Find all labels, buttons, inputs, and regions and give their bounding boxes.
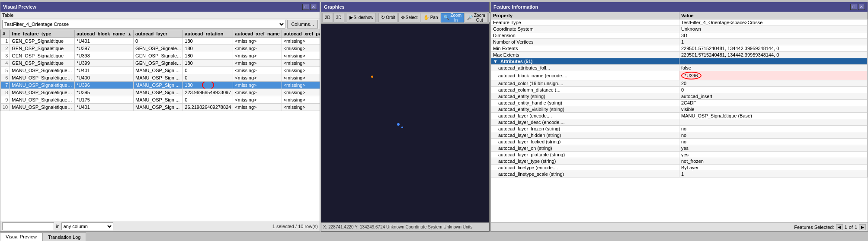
col-autocad-xref-name[interactable]: autocad_xref_name [233,30,282,38]
table-cell: 180 [183,45,233,52]
table-cell: *U395 [75,89,134,96]
table-cell: <missing> [233,38,282,45]
feature-table-row: autocad_layer_desc (encode.... [491,119,868,126]
table-cell: <missing> [282,60,320,67]
feature-table-row: autocad_column_distance (...0 [491,87,868,93]
table-cell: 0 [183,74,233,82]
feature-property: Coordinate System [491,26,679,32]
table-cell: <missing> [233,89,282,96]
feature-property: autocad_entity (string) [491,93,679,100]
feature-col-property[interactable]: Property [491,12,679,19]
table-cell: 180 [183,52,233,60]
feature-table-container[interactable]: Property Value Feature TypeTestFilter_4_… [491,12,868,222]
col-autocad-xref-path[interactable]: autocad_xref_path [282,30,320,38]
table-row[interactable]: 2GEN_OSP_Signalétique*U397GEN_OSP_Signal… [1,45,320,52]
table-row[interactable]: 5MANU_OSP_Signalétique (Base)*U401MANU_O… [1,67,320,74]
expand-icon[interactable]: ▼ [493,59,499,64]
feature-next-button[interactable]: ▶ [859,224,866,230]
feature-value: 229501.5715240481, 134442.39959348144, 0 [679,52,868,58]
table-cell: 180 [183,82,233,89]
feature-info-title: Feature Information [493,4,538,10]
btn-slideshow[interactable]: ▶ Slideshow [347,13,376,22]
orbit-icon: ↻ [381,15,385,20]
feature-status-total: 1 [855,225,857,230]
feature-table-row: autocad_entity (string)autocad_insert [491,93,868,100]
btn-zoom-out[interactable]: 🔎 Zoom Out [464,13,488,22]
dataset-select[interactable]: TestFilter_4_Orientage Crosse [2,20,285,29]
feature-property: autocad_color (16 bit unsign.... [491,80,679,87]
table-row[interactable]: 7MANU_OSP_Signalétique (Base)*U396MANU_O… [1,82,320,89]
feature-table-row: Dimension3D [491,32,868,39]
feature-prev-button[interactable]: ◀ [836,224,843,230]
feature-value: no [679,126,868,132]
feature-value: not_frozen [679,158,868,165]
feature-value: 2C4DF [679,100,868,106]
feature-property: Max Extents [491,52,679,58]
tab-visual-preview[interactable]: Visual Preview [0,232,42,241]
table-row[interactable]: 6MANU_OSP_Signalétique (Base)*U400MANU_O… [1,74,320,82]
slideshow-icon: ▶ [349,15,353,20]
feature-col-value[interactable]: Value [679,12,868,19]
table-row[interactable]: 1GEN_OSP_Signalétique*U4010180<missing><… [1,38,320,45]
btn-orbit[interactable]: ↻ Orbit [378,13,398,22]
table-cell: <missing> [282,74,320,82]
table-cell: 223.96966549933097 [183,89,233,96]
feature-table-row: Coordinate SystemUnknown [491,26,868,32]
table-cell: GEN_OSP_Signale... [134,45,183,52]
select-icon: ✥ [401,15,405,20]
pan-icon: ✋ [423,15,429,20]
col-fme-feature-type[interactable]: fme_feature_type [10,30,75,38]
feature-table: Property Value Feature TypeTestFilter_4_… [491,12,868,178]
table-row[interactable]: 10MANU_OSP_Signalétique (Option 1)*U401M… [1,104,320,111]
table-cell: MANU_OSP_Signalétique (Base) [10,74,75,82]
table-row[interactable]: 9MANU_OSP_Signalétique (Option 1)*U175MA… [1,96,320,104]
table-row[interactable]: 8MANU_OSP_Signalétique (Base)*U395MANU_O… [1,89,320,96]
feature-property: autocad_layer_hidden (string) [491,132,679,139]
feature-restore-button[interactable]: □ [850,4,857,10]
table-cell: MANU_OSP_Sign.... [134,67,183,74]
feature-property: autocad_block_name (encode.... [491,71,679,80]
data-table-container[interactable]: # fme_feature_type autocad_block_name ▲ … [0,30,320,221]
table-cell: <missing> [233,104,282,111]
col-autocad-layer[interactable]: autocad_layer [134,30,183,38]
table-cell: <missing> [233,67,282,74]
feature-value: ByLayer [679,165,868,171]
columns-button[interactable]: Columns... [287,20,318,29]
table-cell: *U396 [75,82,134,89]
feature-table-row: Max Extents229501.5715240481, 134442.399… [491,52,868,58]
zoom-out-icon: 🔎 [467,15,473,20]
feature-close-button[interactable]: ✕ [858,4,865,10]
btn-select[interactable]: ✥ Select [398,13,420,22]
feature-property: autocad_layer_on (string) [491,145,679,152]
table-row[interactable]: 4GEN_OSP_Signalétique*U399GEN_OSP_Signal… [1,60,320,67]
table-cell: MANU_OSP_Signalétique (Base) [10,89,75,96]
restore-button[interactable]: □ [302,4,309,10]
col-num[interactable]: # [1,30,10,38]
tab-translation-log[interactable]: Translation Log [42,232,86,241]
table-cell: <missing> [282,96,320,104]
feature-value: no [679,132,868,139]
feature-table-row: Number of Vertices1 [491,39,868,45]
feature-value: *U396 [679,71,868,80]
graphics-canvas[interactable] [321,24,489,222]
col-autocad-block-name[interactable]: autocad_block_name ▲ [75,30,134,38]
graphics-dot [371,76,373,78]
feature-value [679,119,868,126]
bottom-tabs: Visual Preview Translation Log [0,231,868,241]
col-autocad-rotation[interactable]: autocad_rotation [183,30,233,38]
feature-value: 1 [679,171,868,178]
feature-property: Number of Vertices [491,39,679,45]
close-button[interactable]: ✕ [310,4,317,10]
feature-property: autocad_entity_handle (string) [491,100,679,106]
btn-3d[interactable]: 3D [333,13,344,22]
feature-status-label: Features Selected: [794,225,834,230]
feature-property: autocad_column_distance (... [491,87,679,93]
btn-pan[interactable]: ✋ Pan [421,13,441,22]
btn-2d[interactable]: 2D [322,13,333,22]
search-column-select[interactable]: any column [61,222,113,230]
table-row[interactable]: 3GEN_OSP_Signalétique*U398GEN_OSP_Signal… [1,52,320,60]
search-input[interactable] [2,222,54,230]
table-cell: MANU_OSP_Sign.... [134,89,183,96]
table-cell: <missing> [282,82,320,89]
btn-zoom-in[interactable]: 🔍 Zoom In [441,13,464,22]
